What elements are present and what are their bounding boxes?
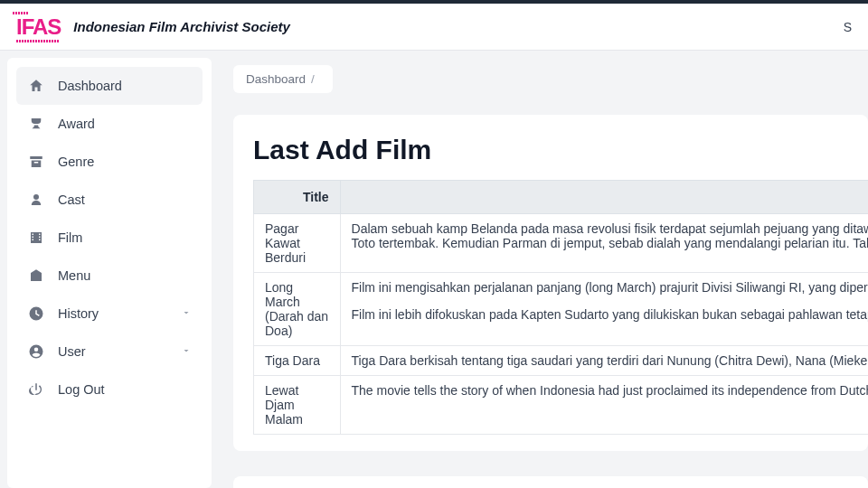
sidebar-item-label: User xyxy=(58,344,86,359)
sidebar-item-label: Menu xyxy=(58,268,90,283)
sidebar-item-label: Genre xyxy=(58,155,94,169)
film-desc: Film ini mengisahkan perjalanan panjang … xyxy=(340,273,868,346)
sidebar-item-history[interactable]: History xyxy=(16,295,203,333)
films-table: Title Pagar Kawat Berduri Dalam sebuah k… xyxy=(253,180,868,435)
film-desc: Tiga Dara berkisah tentang tiga saudari … xyxy=(340,346,868,376)
film-title: Tiga Dara xyxy=(254,346,341,376)
header-right-text[interactable]: S xyxy=(844,20,852,34)
sidebar-item-label: Cast xyxy=(58,192,85,207)
chevron-down-icon xyxy=(181,306,192,321)
chevron-down-icon xyxy=(181,344,192,359)
card-heading: Last Add Film xyxy=(253,135,848,165)
home-icon xyxy=(27,77,45,95)
film-title: Lewat Djam Malam xyxy=(254,376,341,435)
sidebar-item-menu[interactable]: Menu xyxy=(16,257,203,295)
sidebar-item-label: Film xyxy=(58,230,82,245)
clock-icon xyxy=(27,305,45,323)
sidebar: Dashboard Award Genre Cast Film Menu His… xyxy=(7,58,212,488)
table-row: Tiga Dara Tiga Dara berkisah tentang tig… xyxy=(254,346,869,376)
film-title: Long March (Darah dan Doa) xyxy=(254,273,341,346)
breadcrumb-item[interactable]: Dashboard xyxy=(246,72,306,86)
sidebar-item-film[interactable]: Film xyxy=(16,219,203,257)
logo[interactable]: IFAS xyxy=(16,14,61,40)
trophy-icon xyxy=(27,115,45,133)
table-row: Lewat Djam Malam The movie tells the sto… xyxy=(254,376,869,435)
col-desc xyxy=(340,181,868,214)
main-content: Dashboard / Last Add Film Title Pagar Ka… xyxy=(212,51,868,488)
sidebar-item-dashboard[interactable]: Dashboard xyxy=(16,67,203,105)
archive-icon xyxy=(27,153,45,171)
film-desc: The movie tells the story of when Indone… xyxy=(340,376,868,435)
sidebar-item-genre[interactable]: Genre xyxy=(16,143,203,181)
sidebar-item-label: History xyxy=(58,306,99,321)
last-add-film-card: Last Add Film Title Pagar Kawat Berduri … xyxy=(233,115,868,451)
table-row: Pagar Kawat Berduri Dalam sebuah kamp Be… xyxy=(254,214,869,273)
film-desc: Dalam sebuah kamp Belanda pada masa revo… xyxy=(340,214,868,273)
breadcrumb: Dashboard / xyxy=(233,65,333,93)
user-circle-icon xyxy=(27,343,45,361)
person-icon xyxy=(27,191,45,209)
breadcrumb-separator: / xyxy=(311,72,315,86)
sidebar-item-cast[interactable]: Cast xyxy=(16,181,203,219)
building-icon xyxy=(27,267,45,285)
sidebar-item-label: Award xyxy=(58,117,95,131)
sidebar-item-label: Log Out xyxy=(58,382,105,397)
table-row: Long March (Darah dan Doa) Film ini meng… xyxy=(254,273,869,346)
sidebar-item-logout[interactable]: Log Out xyxy=(16,371,203,408)
brand-name: Indonesian Film Archivist Society xyxy=(73,19,290,34)
film-title: Pagar Kawat Berduri xyxy=(254,214,341,273)
film-icon xyxy=(27,229,45,247)
sidebar-item-award[interactable]: Award xyxy=(16,105,203,143)
col-title: Title xyxy=(254,181,341,214)
sidebar-item-label: Dashboard xyxy=(58,79,122,93)
sidebar-item-user[interactable]: User xyxy=(16,333,203,371)
power-icon xyxy=(27,380,45,399)
app-header: IFAS Indonesian Film Archivist Society S xyxy=(0,4,868,51)
last-add-cast-card: Last Add Cast Name xyxy=(233,476,868,488)
